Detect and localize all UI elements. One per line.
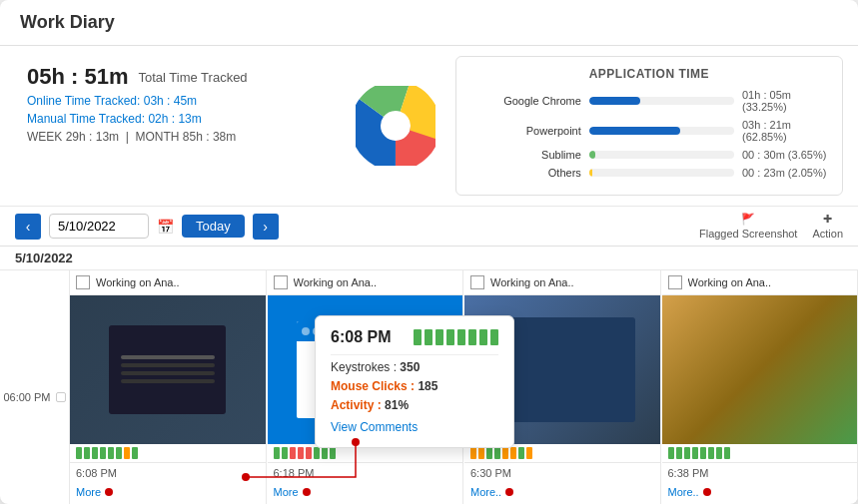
app-row: Powerpoint 03h : 21m (62.85%) — [471, 119, 827, 143]
app-bar — [589, 127, 680, 135]
more-link[interactable]: More — [76, 486, 101, 498]
activity-bar — [684, 447, 690, 459]
activity-bar — [322, 447, 328, 459]
activity-bar — [510, 447, 516, 459]
view-comments-link[interactable]: View Comments — [331, 420, 418, 434]
total-time: 05h : 51m Total Time Tracked — [27, 64, 324, 90]
app-container: Work Diary 05h : 51m Total Time Tracked … — [0, 0, 858, 504]
more-dot — [703, 488, 711, 496]
app-percent: 00 : 23m (2.05%) — [742, 167, 827, 179]
activity-row: Activity : 81% — [331, 398, 498, 412]
app-percent: 00 : 30m (3.65%) — [742, 149, 827, 161]
screenshot-checkbox[interactable] — [668, 275, 682, 289]
activity-bar — [494, 447, 500, 459]
app-bar-container — [589, 127, 734, 135]
time-label: 06:00 PM — [3, 391, 50, 403]
more-link[interactable]: More.. — [470, 486, 501, 498]
activity-bar — [124, 447, 130, 459]
popup-bar — [468, 329, 476, 345]
pie-chart — [351, 56, 440, 196]
activity-bar — [290, 447, 296, 459]
header: Work Diary — [0, 0, 858, 46]
time-stats: 05h : 51m Total Time Tracked Online Time… — [15, 56, 336, 196]
page-title: Work Diary — [20, 12, 838, 33]
screenshot-title: Working on Ana.. — [490, 276, 574, 288]
screenshots-area: 06:00 PM Working on Ana..6:08 PMMoreWork… — [0, 270, 858, 504]
screenshot-header: Working on Ana.. — [70, 270, 266, 295]
activity-bar — [668, 447, 674, 459]
screenshot-image-area[interactable] — [662, 295, 858, 444]
screenshot-title: Working on Ana.. — [96, 276, 180, 288]
app-bar-container — [589, 151, 734, 159]
app-bar — [589, 169, 592, 177]
manual-time: Manual Time Tracked: 02h : 13m — [27, 112, 324, 126]
popup-bar — [425, 329, 432, 345]
mouse-clicks-row: Mouse Clicks : 185 — [331, 379, 498, 393]
time-column: 06:00 PM — [0, 270, 70, 504]
activity-bar — [282, 447, 288, 459]
popup-bar — [414, 329, 422, 345]
screenshot-image-area[interactable] — [70, 295, 266, 444]
activity-bar — [716, 447, 722, 459]
screenshot-footer: 6:38 PM — [662, 462, 858, 483]
action-label: Action — [812, 228, 843, 240]
activity-bar — [84, 447, 90, 459]
screenshot-title: Working on Ana.. — [688, 276, 772, 288]
today-button[interactable]: Today — [182, 215, 245, 238]
date-input[interactable] — [49, 214, 149, 239]
app-name: Powerpoint — [471, 125, 581, 137]
screenshot-title: Working on Ana.. — [294, 276, 378, 288]
screenshot-footer: 6:08 PM — [70, 462, 266, 483]
activity-bar — [330, 447, 336, 459]
activity-bar — [274, 447, 280, 459]
calendar-icon[interactable]: 📅 — [157, 219, 174, 235]
app-name: Google Chrome — [471, 95, 581, 107]
screenshot-checkbox[interactable] — [470, 275, 484, 289]
keystrokes-row: Keystrokes : 350 — [331, 360, 498, 374]
activity-bar — [306, 447, 312, 459]
activity-bar — [132, 447, 138, 459]
popup-bar — [446, 329, 454, 345]
more-link[interactable]: More — [274, 486, 299, 498]
week-month: WEEK 29h : 13m | MONTH 85h : 38m — [27, 130, 324, 144]
activity-bar — [700, 447, 706, 459]
screenshot-checkbox[interactable] — [76, 275, 90, 289]
activity-bar — [708, 447, 714, 459]
screenshot-header: Working on Ana.. — [662, 270, 858, 295]
screenshot-header: Working on Ana.. — [464, 270, 660, 295]
app-row: Others 00 : 23m (2.05%) — [471, 167, 827, 179]
activity-bar — [502, 447, 508, 459]
activity-bar — [486, 447, 492, 459]
date-heading: 5/10/2022 — [0, 247, 858, 270]
app-bar — [589, 97, 640, 105]
more-link[interactable]: More.. — [668, 486, 699, 498]
screenshot-checkbox[interactable] — [274, 275, 288, 289]
popup-bar — [490, 329, 498, 345]
stats-row: 05h : 51m Total Time Tracked Online Time… — [0, 46, 858, 207]
activity-bars — [662, 444, 858, 462]
app-row: Sublime 00 : 30m (3.65%) — [471, 149, 827, 161]
more-dot — [303, 488, 311, 496]
activity-bar — [92, 447, 98, 459]
flag-screenshot-button[interactable]: 🚩 Flagged Screenshot — [699, 213, 797, 240]
action-button[interactable]: ✚ Action — [812, 213, 843, 240]
activity-bars — [70, 444, 266, 462]
app-name: Others — [471, 167, 581, 179]
flag-icon: 🚩 — [741, 213, 755, 226]
app-percent: 01h : 05m (33.25%) — [742, 89, 827, 113]
activity-bar — [676, 447, 682, 459]
time-marker: 06:00 PM — [3, 391, 65, 403]
screenshot-header: Working on Ana.. — [268, 270, 463, 295]
screenshot-col: Working on Ana..6:08 PMMore — [70, 270, 267, 504]
toolbar: ‹ 📅 Today › 🚩 Flagged Screenshot ✚ Actio… — [0, 207, 858, 247]
total-time-value: 05h : 51m — [27, 64, 129, 90]
screenshot-col: Working on Ana..6:38 PMMore.. — [662, 270, 859, 504]
prev-button[interactable]: ‹ — [15, 214, 41, 240]
activity-bar — [724, 447, 730, 459]
activity-bar — [108, 447, 114, 459]
activity-bar — [526, 447, 532, 459]
activity-bar — [478, 447, 484, 459]
more-dot — [505, 488, 513, 496]
next-button[interactable]: › — [253, 214, 279, 240]
screenshot-popup: 6:08 PMKeystrokes : 350Mouse Clicks : 18… — [315, 315, 514, 448]
